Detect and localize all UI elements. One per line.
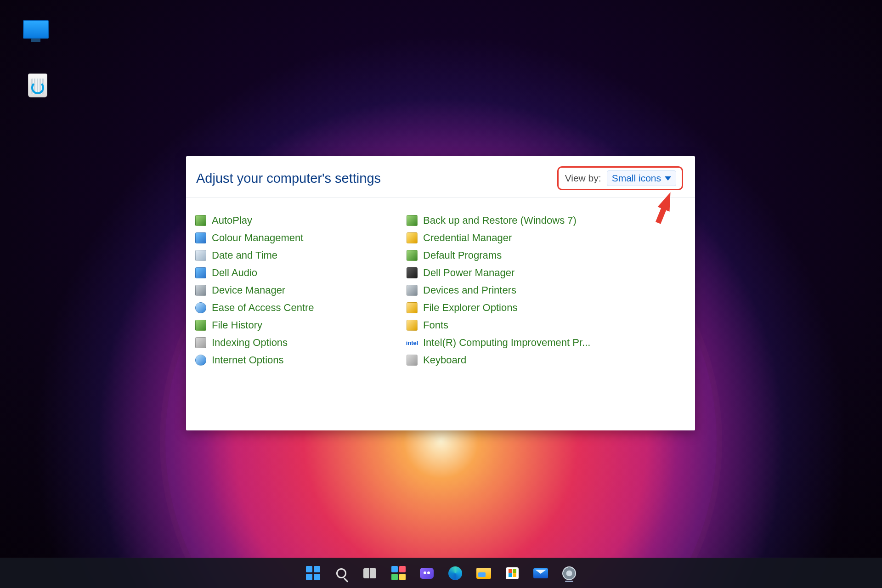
cp-item-devices-printers[interactable]: Devices and Printers (406, 282, 686, 299)
cp-item-dell-power-manager[interactable]: Dell Power Manager (406, 264, 686, 282)
file-explorer-button[interactable] (473, 562, 495, 584)
search-icon (336, 568, 346, 578)
view-by-value: Small icons (612, 173, 661, 184)
backup-restore-icon (407, 215, 418, 226)
store-button[interactable] (501, 562, 523, 584)
view-by-highlight: View by: Small icons (557, 166, 683, 190)
intel-icon (407, 337, 418, 348)
control-panel-column-1: AutoPlay Colour Management Date and Time… (194, 212, 406, 369)
search-button[interactable] (330, 562, 352, 584)
cp-item-file-history[interactable]: File History (194, 317, 406, 334)
desktop-icon-recycle-bin[interactable] (23, 74, 52, 97)
default-programs-icon (407, 250, 418, 261)
recycle-bin-icon (28, 74, 47, 97)
chat-icon (420, 568, 434, 579)
cp-item-default-programs[interactable]: Default Programs (406, 247, 686, 264)
view-by-dropdown[interactable]: Small icons (607, 170, 676, 186)
cp-item-ease-of-access[interactable]: Ease of Access Centre (194, 299, 406, 317)
devices-printers-icon (407, 285, 418, 296)
keyboard-icon (407, 355, 418, 366)
cp-item-backup-restore[interactable]: Back up and Restore (Windows 7) (406, 212, 686, 229)
file-history-icon (195, 320, 206, 331)
file-explorer-icon (476, 568, 491, 579)
edge-icon (448, 566, 462, 580)
store-icon (506, 567, 519, 579)
cp-item-dell-audio[interactable]: Dell Audio (194, 264, 406, 282)
gear-icon (562, 566, 576, 580)
mail-button[interactable] (530, 562, 552, 584)
colour-management-icon (195, 232, 206, 243)
view-by-label: View by: (565, 173, 601, 184)
file-explorer-options-icon (407, 302, 418, 313)
control-panel-column-2: Back up and Restore (Windows 7) Credenti… (406, 212, 686, 369)
start-button[interactable] (302, 562, 324, 584)
cp-item-internet-options[interactable]: Internet Options (194, 351, 406, 369)
taskbar (0, 558, 882, 588)
autoplay-icon (195, 215, 206, 226)
mail-icon (533, 568, 548, 578)
windows-logo-icon (306, 566, 320, 580)
monitor-icon (23, 20, 49, 39)
cp-item-autoplay[interactable]: AutoPlay (194, 212, 406, 229)
chat-button[interactable] (416, 562, 438, 584)
indexing-icon (195, 337, 206, 348)
cp-item-device-manager[interactable]: Device Manager (194, 282, 406, 299)
active-indicator (565, 581, 573, 582)
cp-item-date-and-time[interactable]: Date and Time (194, 247, 406, 264)
cp-item-file-explorer-options[interactable]: File Explorer Options (406, 299, 686, 317)
desktop-icon-this-pc[interactable] (21, 20, 51, 40)
chevron-down-icon (665, 176, 671, 181)
edge-button[interactable] (444, 562, 466, 584)
control-panel-items: AutoPlay Colour Management Date and Time… (186, 198, 695, 373)
cp-item-credential-manager[interactable]: Credential Manager (406, 229, 686, 247)
cp-item-fonts[interactable]: Fonts (406, 317, 686, 334)
credential-manager-icon (407, 232, 418, 243)
fonts-icon (407, 320, 418, 331)
settings-button[interactable] (558, 562, 580, 584)
control-panel-window: Adjust your computer's settings View by:… (186, 156, 695, 430)
cp-item-indexing-options[interactable]: Indexing Options (194, 334, 406, 351)
widgets-button[interactable] (387, 562, 409, 584)
control-panel-header: Adjust your computer's settings View by:… (186, 156, 695, 198)
widgets-icon (391, 566, 406, 580)
page-title: Adjust your computer's settings (196, 171, 557, 186)
cp-item-keyboard[interactable]: Keyboard (406, 351, 686, 369)
cp-item-colour-management[interactable]: Colour Management (194, 229, 406, 247)
device-manager-icon (195, 285, 206, 296)
ease-of-access-icon (195, 302, 206, 313)
task-view-icon (363, 568, 376, 578)
clock-icon (195, 250, 206, 261)
task-view-button[interactable] (359, 562, 381, 584)
audio-icon (195, 267, 206, 278)
internet-options-icon (195, 355, 206, 366)
cp-item-intel-computing[interactable]: Intel(R) Computing Improvement Pr... (406, 334, 686, 351)
power-manager-icon (407, 267, 418, 278)
